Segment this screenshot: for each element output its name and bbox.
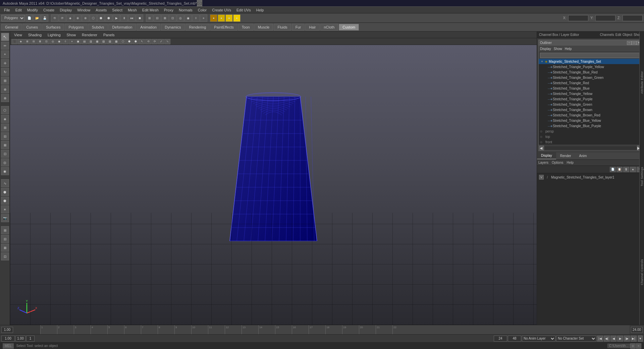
anim-layer-selector[interactable]: No Anim Layer — [522, 336, 555, 342]
show-manipulator[interactable]: ⊗ — [1, 94, 9, 102]
display-btn-1[interactable]: ● — [210, 14, 217, 22]
layer-visibility[interactable]: V — [539, 175, 544, 180]
tab-fluids[interactable]: Fluids — [274, 24, 291, 31]
snap-btn-4[interactable]: ⊡ — [169, 14, 176, 22]
timeline-options-button[interactable]: ▼ — [638, 336, 643, 342]
current-sub-input[interactable] — [26, 336, 35, 342]
menu-assets[interactable]: Assets — [93, 7, 109, 13]
polygon-tool[interactable]: ⬣ — [1, 197, 9, 205]
menu-modify[interactable]: Modify — [24, 7, 41, 13]
anim-range-end[interactable] — [508, 336, 521, 342]
list-item[interactable]: ▶ —◈ Stretched_Triangle_Purple_Yellow — [539, 64, 642, 69]
ik-tool[interactable]: ⊡ — [1, 150, 9, 158]
goto-start-button[interactable]: |◀ — [597, 336, 603, 342]
options-menu[interactable]: Options — [552, 161, 563, 164]
vp-btn-24[interactable]: ⤢ — [158, 39, 164, 44]
list-item[interactable]: ▶ —◈ Stretched_Triangle_Red — [539, 80, 642, 86]
tab-dynamics[interactable]: Dynamics — [161, 24, 184, 31]
vp-btn-13[interactable]: ▥ — [88, 39, 94, 44]
surface-tool[interactable]: ⬢ — [1, 188, 9, 196]
snap-btn-3[interactable]: ⊠ — [161, 14, 169, 22]
current-tick-input[interactable] — [15, 336, 25, 342]
vp-btn-7[interactable]: ◎ — [50, 39, 56, 44]
tab-toon[interactable]: Toon — [238, 24, 254, 31]
menu-edit-mesh[interactable]: Edit Mesh — [140, 7, 161, 13]
current-frame-input[interactable] — [1, 336, 15, 342]
scale-tool[interactable]: ⊞ — [1, 77, 9, 85]
lattice-tool[interactable]: ⊞ — [1, 123, 9, 132]
step-back-button[interactable]: ◀| — [604, 336, 610, 342]
soft-mod-tool[interactable]: ⬡ — [1, 106, 9, 114]
character-set-selector[interactable]: No Character Set — [556, 336, 596, 342]
vp-btn-23[interactable]: ⟳ — [152, 39, 158, 44]
layer-tool-1[interactable]: 📄 — [610, 167, 616, 172]
layers-menu[interactable]: Layers — [538, 161, 548, 164]
universal-tool[interactable]: ⊕ — [1, 85, 9, 93]
list-item[interactable]: ▶ —◈ Stretched_Triangle_Brown_Green — [539, 75, 642, 80]
list-item[interactable]: ▶ —◈ Stretched_Triangle_Brown — [539, 107, 642, 112]
transform-btn-12[interactable]: ⏹ — [136, 14, 143, 22]
snap-btn-6[interactable]: ◉ — [184, 14, 192, 22]
tab-curves[interactable]: Curves — [22, 24, 42, 31]
list-item[interactable]: ▶ —◈ Stretched_Triangle_Yellow — [539, 91, 642, 96]
display-btn-2[interactable]: ● — [218, 14, 225, 22]
vp-btn-5[interactable]: ⊠ — [37, 39, 43, 44]
tab-polygons[interactable]: Polygons — [65, 24, 87, 31]
menu-help[interactable]: Help — [254, 7, 267, 13]
transform-btn-5[interactable]: ⊗ — [82, 14, 89, 22]
deform-tool[interactable]: ◉ — [1, 167, 9, 175]
new-scene-button[interactable]: 📄 — [25, 14, 33, 22]
vp-btn-1[interactable]: 🎥 — [11, 39, 17, 44]
paint-tool[interactable]: ✏ — [1, 42, 9, 50]
rotate-tool[interactable]: ↻ — [1, 68, 9, 76]
list-item[interactable]: ▶ —◈ Stretched_Triangle_Blue_Yellow — [539, 118, 642, 123]
object-menu-right[interactable]: Object — [623, 33, 632, 37]
vp-btn-11[interactable]: ▣ — [75, 39, 81, 44]
snap-btn-1[interactable]: ⊞ — [146, 14, 153, 22]
vp-btn-15[interactable]: ▧ — [101, 39, 107, 44]
snap-btn-8[interactable]: ⋄ — [200, 14, 207, 22]
snap-curve[interactable]: ⊟ — [1, 235, 9, 243]
tab-fur[interactable]: Fur — [292, 24, 305, 31]
display-btn-3[interactable]: ● — [225, 14, 233, 22]
snap-view[interactable]: ⊡ — [1, 252, 9, 260]
lasso-tool[interactable]: ⌖ — [1, 50, 9, 58]
maximize-button[interactable]: □ — [197, 1, 202, 6]
snap-btn-5[interactable]: ◎ — [177, 14, 184, 22]
tab-custom[interactable]: Custom — [339, 24, 359, 31]
transform-btn-3[interactable]: ◈ — [66, 14, 74, 22]
menu-color[interactable]: Color — [195, 7, 209, 13]
list-item[interactable]: ▶ —◈ Stretched_Triangle_Blue_Purple — [539, 123, 642, 129]
menu-create[interactable]: Create — [41, 7, 57, 13]
transform-btn-11[interactable]: ⏭ — [128, 14, 136, 22]
move-tool[interactable]: ✛ — [1, 59, 9, 67]
outliner-minimize[interactable]: ─ — [627, 41, 632, 45]
viewport-menu-renderer[interactable]: Renderer — [79, 32, 100, 38]
vp-btn-17[interactable]: ▩ — [113, 39, 119, 44]
vp-btn-20[interactable]: ⬣ — [132, 39, 139, 44]
play-back-button[interactable]: ◀ — [610, 336, 616, 342]
outliner-maximize[interactable]: □ — [632, 41, 636, 45]
vp-btn-18[interactable]: ⬡ — [120, 39, 126, 44]
tab-general[interactable]: General — [1, 24, 22, 31]
end-frame-input[interactable] — [631, 327, 643, 333]
menu-edit-uvs[interactable]: Edit UVs — [234, 7, 254, 13]
tool-settings-tab[interactable]: Tool Settings — [640, 167, 644, 186]
joint-tool[interactable]: ⊠ — [1, 141, 9, 149]
vp-btn-4[interactable]: ⊟ — [31, 39, 37, 44]
curve-tool[interactable]: ∿ — [1, 179, 9, 187]
layer-item[interactable]: V / Magnetic_Stretched_Triangles_Set_lay… — [538, 174, 643, 181]
vp-btn-9[interactable]: ◊ — [62, 39, 68, 44]
outliner-search[interactable] — [540, 53, 641, 58]
channel-controls-tab[interactable]: Channel Controls — [640, 259, 644, 285]
tab-deformation[interactable]: Deformation — [108, 24, 136, 31]
edit-menu-right[interactable]: Edit — [615, 33, 621, 37]
snap-btn-7[interactable]: ◊ — [192, 14, 200, 22]
transform-btn-9[interactable]: ▶ — [113, 14, 120, 22]
light-tool[interactable]: ☀ — [1, 205, 9, 213]
outliner-menu-show[interactable]: Show — [554, 47, 562, 51]
snap-btn-2[interactable]: ⊟ — [154, 14, 161, 22]
open-scene-button[interactable]: 📂 — [33, 14, 41, 22]
anim-range-start[interactable] — [494, 336, 507, 342]
sculpt-tool[interactable]: ◈ — [1, 115, 9, 123]
